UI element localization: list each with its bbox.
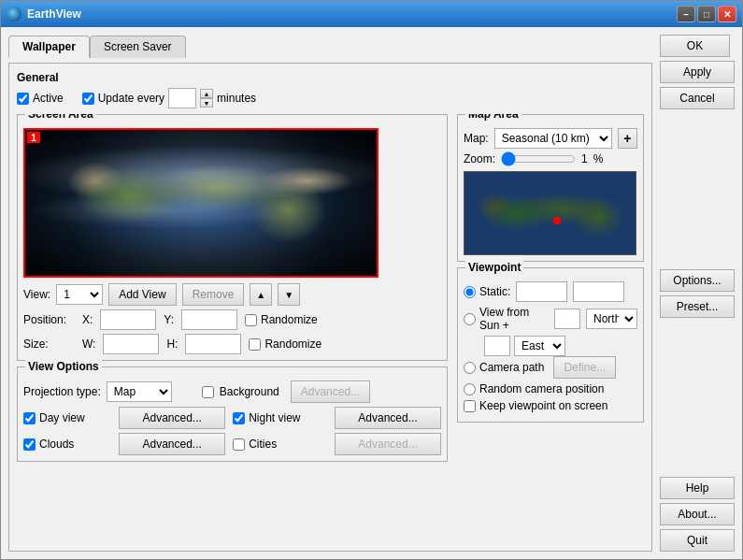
- night-view-text: Night view: [249, 411, 300, 424]
- general-row: Active Update every 10 ▲ ▼ minutes: [17, 88, 644, 108]
- static-lat-input[interactable]: 0.00°N: [516, 281, 567, 302]
- view-controls: View: 1 Add View Remove ▲ ▼: [23, 283, 441, 354]
- projection-row: Projection type: Map Background Advanced…: [23, 381, 441, 403]
- random-camera-radio[interactable]: [464, 383, 476, 395]
- night-view-label[interactable]: Night view: [233, 411, 327, 424]
- screen-area-title: Screen Area: [25, 114, 96, 121]
- viewpoint-content: Static: 0.00°N 0.00°E View from Sun +: [464, 281, 637, 412]
- camera-path-row: Camera path Define...: [464, 356, 637, 379]
- w-input[interactable]: 1920: [103, 334, 159, 354]
- update-row: Update every 10 ▲ ▼ minutes: [82, 88, 256, 108]
- map-select[interactable]: Seasonal (10 km): [494, 128, 612, 149]
- sun-dir2-select[interactable]: East: [514, 336, 565, 356]
- randomize2-text: Randomize: [264, 337, 321, 351]
- cities-label[interactable]: Cities: [233, 438, 327, 451]
- maximize-button[interactable]: □: [697, 6, 716, 22]
- camera-path-label: Camera path: [479, 361, 544, 374]
- tab-screen-saver[interactable]: Screen Saver: [90, 36, 186, 58]
- randomize2-checkbox[interactable]: [249, 338, 261, 351]
- day-view-advanced-button[interactable]: Advanced...: [119, 407, 225, 429]
- options-button[interactable]: Options...: [660, 269, 735, 292]
- update-value-input[interactable]: 10: [168, 88, 196, 108]
- map-area-content: Map: Seasonal (10 km) + Zoom: 1: [464, 128, 637, 255]
- view-options-group: View Options Projection type: Map Ba: [17, 366, 448, 462]
- night-view-advanced-button[interactable]: Advanced...: [335, 407, 441, 429]
- arrow-down-button[interactable]: ▼: [278, 283, 300, 306]
- clouds-advanced-button[interactable]: Advanced...: [119, 433, 225, 455]
- camera-path-radio[interactable]: [464, 362, 476, 374]
- about-button[interactable]: About...: [660, 503, 735, 525]
- viewpoint-group: Viewpoint Static: 0.00°N 0.00°E: [457, 267, 644, 423]
- spacer1: [660, 113, 735, 266]
- h-input[interactable]: 1080: [185, 334, 241, 354]
- day-view-label[interactable]: Day view: [23, 411, 111, 424]
- background-checkbox[interactable]: [202, 386, 214, 398]
- active-label: Active: [33, 92, 64, 105]
- keep-viewpoint-checkbox[interactable]: [464, 400, 476, 412]
- y-label: Y:: [164, 313, 174, 326]
- apply-button[interactable]: Apply: [660, 61, 735, 83]
- remove-button[interactable]: Remove: [182, 283, 245, 306]
- static-radio[interactable]: [464, 286, 476, 298]
- static-lon-input[interactable]: 0.00°E: [573, 281, 624, 302]
- minimize-button[interactable]: –: [677, 6, 695, 22]
- randomize1-label[interactable]: Randomize: [245, 313, 318, 326]
- sun-val2-input[interactable]: 0?: [484, 336, 510, 356]
- help-button[interactable]: Help: [660, 477, 735, 499]
- camera-path-radio-label[interactable]: Camera path: [464, 361, 544, 374]
- x-input[interactable]: 0: [100, 309, 156, 330]
- tab-content: General Active Update every 10 ▲: [8, 63, 652, 552]
- position-row: Position: X: 0 Y: 0 Randomize: [23, 309, 441, 330]
- view-select[interactable]: 1: [56, 284, 103, 305]
- day-view-checkbox[interactable]: [23, 412, 36, 424]
- zoom-label: Zoom:: [464, 152, 495, 165]
- spinner-down[interactable]: ▼: [200, 98, 213, 108]
- map-preview-earth: [464, 172, 636, 254]
- add-view-button[interactable]: Add View: [108, 283, 176, 306]
- sun-sub-row: 0? East: [484, 336, 637, 356]
- update-checkbox[interactable]: [82, 93, 94, 105]
- sun-val1-input[interactable]: 0?: [554, 309, 580, 329]
- day-view-text: Day view: [39, 411, 85, 424]
- active-checkbox-label[interactable]: Active: [17, 92, 64, 105]
- tab-wallpaper[interactable]: Wallpaper: [8, 36, 90, 58]
- cities-advanced-button[interactable]: Advanced...: [335, 433, 441, 455]
- background-advanced-button[interactable]: Advanced...: [291, 381, 370, 403]
- window-body: Wallpaper Screen Saver General Active: [1, 27, 742, 559]
- screen-area-content: 1 View: 1 Add View: [23, 128, 441, 354]
- projection-select[interactable]: Map: [107, 381, 172, 402]
- w-label: W:: [82, 337, 95, 351]
- left-col: Screen Area 1 View:: [17, 114, 448, 543]
- size-label: Size:: [23, 337, 75, 351]
- ok-button[interactable]: OK: [660, 35, 730, 57]
- randomize1-checkbox[interactable]: [245, 314, 257, 326]
- x-label: X:: [82, 313, 93, 326]
- random-camera-radio-label[interactable]: Random camera position: [464, 382, 604, 395]
- view-label: View:: [23, 288, 50, 301]
- sun-dir1-select[interactable]: North: [586, 309, 637, 329]
- spinner-up[interactable]: ▲: [200, 89, 213, 98]
- sun-label: View from Sun +: [479, 306, 549, 332]
- projection-label: Projection type:: [23, 385, 101, 398]
- randomize2-label[interactable]: Randomize: [249, 337, 321, 351]
- static-radio-label[interactable]: Static:: [464, 285, 510, 298]
- clouds-checkbox[interactable]: [23, 438, 36, 451]
- cities-checkbox[interactable]: [233, 438, 245, 451]
- sun-radio[interactable]: [464, 313, 476, 325]
- active-checkbox[interactable]: [17, 93, 29, 105]
- add-map-button[interactable]: +: [618, 128, 637, 149]
- sun-radio-label[interactable]: View from Sun +: [464, 306, 549, 332]
- define-button[interactable]: Define...: [553, 356, 616, 379]
- close-button[interactable]: ✕: [718, 6, 736, 22]
- y-input[interactable]: 0: [181, 309, 237, 330]
- keep-viewpoint-label[interactable]: Keep viewpoint on screen: [464, 399, 607, 412]
- arrow-up-button[interactable]: ▲: [250, 283, 272, 306]
- cancel-button[interactable]: Cancel: [660, 87, 735, 109]
- zoom-slider[interactable]: [501, 152, 576, 165]
- quit-button[interactable]: Quit: [660, 529, 735, 552]
- update-label: Update every: [98, 92, 164, 105]
- zoom-value: 1: [581, 152, 588, 165]
- preset-button[interactable]: Preset...: [660, 295, 735, 318]
- clouds-label[interactable]: Clouds: [23, 438, 111, 451]
- night-view-checkbox[interactable]: [233, 412, 245, 424]
